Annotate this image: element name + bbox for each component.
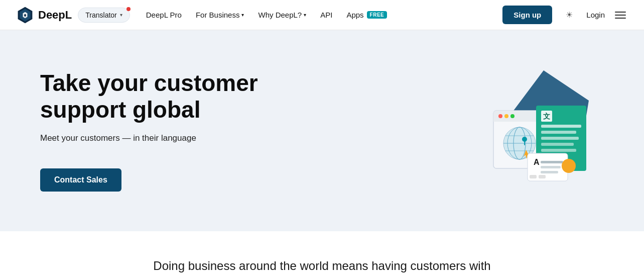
svg-rect-31	[539, 175, 546, 178]
hero-illustration: 文 A	[483, 60, 604, 201]
nav-link-why-deepl[interactable]: Why DeepL? ▾	[258, 11, 306, 19]
hero-subtitle: Meet your customers — in their language	[40, 133, 341, 143]
svg-rect-18	[541, 125, 581, 128]
contact-sales-button[interactable]: Contact Sales	[40, 168, 121, 192]
chevron-down-icon-why: ▾	[304, 12, 306, 18]
hamburger-menu-button[interactable]	[613, 10, 628, 21]
svg-point-4	[498, 114, 502, 118]
nav-link-apps-label: Apps	[346, 11, 363, 19]
svg-rect-21	[541, 143, 574, 146]
hamburger-line-2	[615, 15, 626, 16]
hero-content: Take your customer support global Meet y…	[40, 70, 341, 192]
chevron-down-icon: ▾	[120, 12, 122, 18]
svg-rect-28	[541, 166, 561, 168]
signup-button[interactable]: Sign up	[502, 6, 552, 24]
nav-link-api-label: API	[320, 11, 332, 19]
theme-toggle-button[interactable]: ☀	[560, 6, 578, 24]
nav-link-deepl-pro[interactable]: DeepL Pro	[146, 11, 182, 19]
svg-rect-19	[541, 131, 576, 134]
svg-text:A: A	[534, 158, 540, 166]
hero-illustration-svg: 文 A	[483, 60, 604, 201]
svg-point-6	[510, 114, 514, 118]
svg-rect-27	[541, 161, 563, 163]
svg-point-32	[562, 159, 576, 173]
chevron-down-icon-business: ▾	[241, 12, 244, 18]
navbar: DeepL Translator ▾ DeepL Pro For Busines…	[0, 0, 644, 30]
svg-point-5	[504, 114, 508, 118]
nav-link-apps[interactable]: Apps FREE	[346, 11, 387, 19]
translator-label: Translator	[85, 11, 117, 19]
nav-link-api[interactable]: API	[320, 11, 332, 19]
svg-rect-22	[541, 149, 576, 152]
svg-rect-29	[541, 171, 558, 173]
logo-text: DeepL	[38, 9, 72, 22]
nav-links: DeepL Pro For Business ▾ Why DeepL? ▾ AP…	[146, 11, 503, 19]
bottom-text: Doing business around the world means ha…	[147, 256, 498, 275]
nav-link-for-business-label: For Business	[196, 11, 240, 19]
logo[interactable]: DeepL	[16, 6, 72, 24]
nav-actions: Sign up ☀ Login	[502, 6, 628, 24]
nav-link-deepl-pro-label: DeepL Pro	[146, 11, 182, 19]
login-link[interactable]: Login	[586, 11, 605, 19]
hamburger-line-1	[615, 12, 626, 13]
free-badge: FREE	[367, 11, 388, 19]
hero-title: Take your customer support global	[40, 70, 341, 123]
translator-button[interactable]: Translator ▾	[78, 8, 130, 23]
translator-dot	[126, 7, 131, 11]
theme-icon: ☀	[566, 10, 573, 20]
svg-text:文: 文	[543, 112, 550, 120]
deepl-logo-icon	[16, 6, 34, 24]
hamburger-line-3	[615, 18, 626, 19]
svg-rect-30	[530, 175, 537, 178]
nav-link-why-deepl-label: Why DeepL?	[258, 11, 302, 19]
nav-link-for-business[interactable]: For Business ▾	[196, 11, 244, 19]
svg-rect-20	[541, 137, 579, 140]
hero-section: Take your customer support global Meet y…	[0, 30, 644, 231]
bottom-section: Doing business around the world means ha…	[0, 231, 644, 275]
